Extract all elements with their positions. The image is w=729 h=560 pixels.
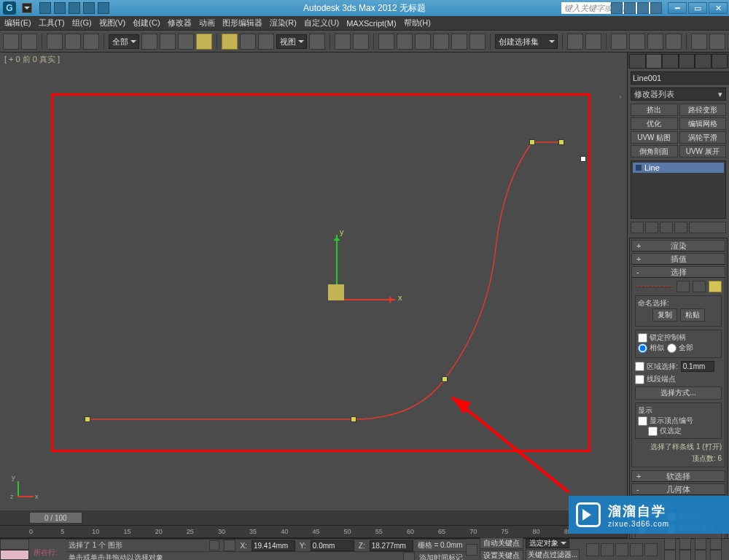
goto-end-icon[interactable] (644, 543, 658, 556)
set-key-icon[interactable] (466, 544, 477, 556)
qat-redo-icon[interactable] (98, 2, 109, 14)
qat-open-icon[interactable] (54, 2, 66, 14)
help-dropdown-icon[interactable] (624, 2, 636, 14)
qat-undo-icon[interactable] (83, 2, 95, 14)
menu-render[interactable]: 渲染(R) (270, 18, 297, 28)
schematic-view-button[interactable] (647, 34, 663, 50)
show-end-result-icon[interactable] (645, 222, 658, 233)
pan-icon[interactable] (679, 550, 691, 560)
tab-hierarchy-icon[interactable] (662, 54, 679, 69)
material-editor-button[interactable] (666, 34, 682, 50)
snap-2d-button[interactable] (378, 34, 394, 50)
mini-listener-top[interactable] (0, 539, 29, 550)
unlink-button[interactable] (65, 34, 81, 50)
time-slider-knob[interactable]: 0 / 100 (29, 512, 82, 524)
mod-bevelprofile-button[interactable]: 倒角剖面 (631, 145, 678, 158)
time-slider[interactable]: 0 / 100 (0, 510, 627, 525)
named-selection-set-dropdown[interactable]: 创建选择集 (495, 34, 558, 49)
gizmo-y-axis[interactable] (336, 235, 338, 284)
autokey-button[interactable]: 自动关键点 (480, 537, 523, 549)
qat-new-icon[interactable] (39, 2, 51, 14)
time-ruler[interactable]: 0 5 10 15 20 25 30 35 40 45 50 55 60 65 … (0, 525, 627, 538)
configure-sets-icon[interactable] (689, 222, 726, 233)
zoom-extents-icon[interactable] (710, 538, 722, 550)
angle-snap-button[interactable] (415, 34, 431, 50)
play-icon[interactable] (615, 543, 628, 556)
similar-radio[interactable]: 相似 (638, 343, 664, 353)
select-region-button[interactable] (178, 34, 194, 50)
menu-view[interactable]: 视图(V) (99, 18, 126, 28)
menu-help[interactable]: 帮助(H) (404, 18, 431, 28)
align-button[interactable] (585, 34, 601, 50)
mod-optimize-button[interactable]: 优化 (631, 117, 678, 130)
orbit-icon[interactable] (695, 550, 706, 560)
select-by-button[interactable]: 选择方式... (635, 386, 722, 400)
stack-expand-icon[interactable] (636, 165, 642, 171)
select-scale-button[interactable] (258, 34, 274, 50)
bind-spacewarp-button[interactable] (83, 34, 99, 50)
undo-button[interactable] (3, 34, 19, 50)
window-crossing-button[interactable] (196, 34, 212, 50)
mod-uvwmap-button[interactable]: UVW 贴图 (631, 131, 678, 144)
menu-create[interactable]: 创建(C) (133, 18, 160, 28)
use-pivot-button[interactable] (309, 34, 325, 50)
spline-vertex[interactable] (351, 416, 356, 422)
modifier-list-dropdown[interactable]: 修改器列表 (631, 88, 726, 101)
make-unique-icon[interactable] (660, 222, 673, 233)
modifier-stack[interactable]: Line (631, 160, 726, 219)
minimize-button[interactable]: ━ (668, 2, 687, 14)
menu-group[interactable]: 组(G) (72, 18, 92, 28)
rollout-render[interactable]: 渲染 (631, 240, 725, 252)
viewport[interactable]: [ + 0 前 0 真实 ] y x y x z (0, 52, 627, 510)
coord-z-input[interactable] (370, 540, 413, 551)
snap-3d-button[interactable] (397, 34, 413, 50)
rollout-interp[interactable]: 插值 (631, 253, 725, 265)
mod-uvwunwrap-button[interactable]: UVW 展开 (679, 145, 727, 158)
layer-manager-button[interactable] (611, 34, 627, 50)
subobj-spline-icon[interactable] (709, 281, 722, 292)
mod-extrude-button[interactable]: 挤出 (631, 104, 678, 116)
menu-modifiers[interactable]: 修改器 (168, 18, 192, 28)
selection-filter-dropdown[interactable]: 全部 (109, 34, 139, 49)
select-manipulate-button[interactable] (335, 34, 351, 50)
keyboard-shortcut-button[interactable] (353, 34, 369, 50)
redo-button[interactable] (21, 34, 37, 50)
next-frame-icon[interactable] (630, 543, 643, 556)
gizmo-x-axis[interactable] (344, 299, 395, 300)
tab-create-icon[interactable] (629, 54, 646, 69)
rendered-frame-button[interactable] (709, 34, 725, 50)
stack-item-line[interactable]: Line (633, 163, 724, 173)
select-by-name-button[interactable] (160, 34, 176, 50)
rollout-geometry[interactable]: 几何体 (631, 483, 725, 495)
edged-faces-button[interactable] (469, 34, 486, 50)
rollout-softsel[interactable]: 软选择 (631, 470, 725, 482)
only-selected-checkbox[interactable]: 仅选定 (648, 426, 719, 436)
show-vertex-num-checkbox[interactable]: 显示顶点编号 (638, 416, 719, 426)
percent-snap-button[interactable] (433, 34, 449, 50)
qat-save-icon[interactable] (69, 2, 80, 14)
select-rotate-button[interactable] (240, 34, 256, 50)
fov-icon[interactable] (664, 550, 676, 560)
menu-tools[interactable]: 工具(T) (39, 18, 65, 28)
paste-selection-button[interactable]: 粘贴 (680, 308, 705, 322)
spline-vertex[interactable] (442, 376, 448, 382)
menu-edit[interactable]: 编辑(E) (4, 18, 31, 28)
viewport-label[interactable]: [ + 0 前 0 真实 ] (4, 54, 60, 65)
tab-display-icon[interactable] (695, 54, 712, 69)
mirror-button[interactable] (567, 34, 583, 50)
tab-modify-icon[interactable] (646, 54, 663, 69)
spline-vertex[interactable] (529, 139, 535, 145)
mini-listener-bottom[interactable] (0, 550, 29, 561)
select-move-button[interactable] (222, 34, 238, 50)
remove-modifier-icon[interactable] (674, 222, 687, 233)
area-select-spinner[interactable] (681, 361, 714, 372)
key-target-dropdown[interactable]: 选定对象 (526, 539, 569, 548)
close-button[interactable]: ✕ (709, 2, 728, 14)
time-tag-icon[interactable] (403, 552, 415, 560)
help-icon[interactable] (650, 2, 662, 14)
gizmo-xy-plane[interactable] (328, 284, 344, 300)
spline-vertex[interactable] (558, 139, 564, 145)
maximize-button[interactable]: ▭ (688, 2, 707, 14)
lock-selection-icon[interactable] (209, 540, 219, 551)
pan-view-icon[interactable] (664, 538, 676, 550)
